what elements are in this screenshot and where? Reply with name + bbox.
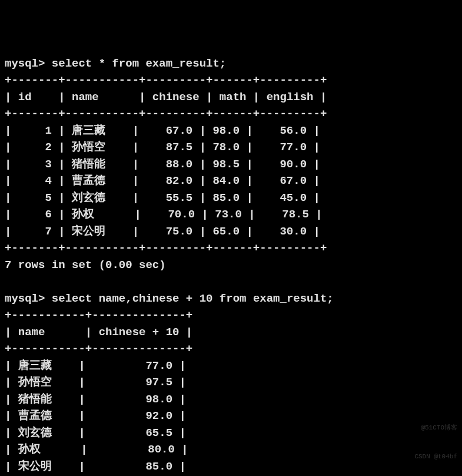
watermark-line: @51CTO博客 [414, 423, 457, 433]
table-header: | name | chinese + 10 | [5, 326, 192, 339]
sql-query: select * from exam_result; [52, 57, 226, 70]
table-border: +-------+-----------+---------+------+--… [5, 107, 327, 120]
table-border: +-------+-----------+---------+------+--… [5, 242, 327, 254]
query-status: 7 rows in set (0.00 sec) [5, 259, 166, 272]
table-border: +-------+-----------+---------+------+--… [5, 74, 327, 87]
table-row: | 7 | 宋公明 | 75.0 | 65.0 | 30.0 | [5, 225, 320, 238]
table-row: | 唐三藏 | 77.0 | [5, 359, 186, 372]
watermark-line: CSDN @t04bf [414, 452, 457, 462]
table-row: | 6 | 孙权 | 70.0 | 73.0 | 78.5 | [5, 208, 323, 221]
mysql-prompt: mysql> select * from exam_result; [5, 57, 226, 70]
table-row: | 3 | 猪悟能 | 88.0 | 98.5 | 90.0 | [5, 158, 320, 171]
table-row: | 刘玄德 | 65.5 | [5, 427, 186, 439]
table-border: +-----------+--------------+ [5, 342, 192, 355]
terminal-output: mysql> select * from exam_result; +-----… [5, 55, 457, 477]
table-row: | 宋公明 | 85.0 | [5, 460, 186, 473]
table-row: | 2 | 孙悟空 | 87.5 | 78.0 | 77.0 | [5, 141, 320, 154]
table-border: +-----------+--------------+ [5, 309, 192, 322]
watermark: @51CTO博客 CSDN @t04bf [414, 404, 457, 472]
table-row: | 4 | 曹孟德 | 82.0 | 84.0 | 67.0 | [5, 174, 320, 187]
table-row: | 曹孟德 | 92.0 | [5, 409, 186, 422]
table-row: | 1 | 唐三藏 | 67.0 | 98.0 | 56.0 | [5, 124, 320, 137]
table-row: | 孙权 | 80.0 | [5, 443, 188, 456]
table-row: | 5 | 刘玄德 | 55.5 | 85.0 | 45.0 | [5, 191, 320, 204]
mysql-prompt: mysql> select name,chinese + 10 from exa… [5, 292, 334, 305]
sql-query: select name,chinese + 10 from exam_resul… [52, 292, 334, 305]
table-row: | 猪悟能 | 98.0 | [5, 393, 186, 406]
table-row: | 孙悟空 | 97.5 | [5, 376, 186, 389]
table-header: | id | name | chinese | math | english | [5, 91, 327, 104]
